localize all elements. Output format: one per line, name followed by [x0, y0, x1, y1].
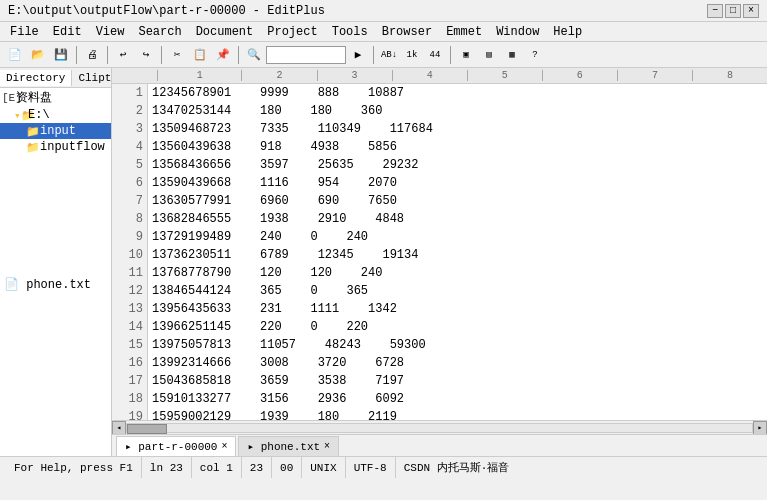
tab-phonetxt[interactable]: ▸ phone.txt × [238, 436, 339, 456]
code-content[interactable]: 12345678901 9999 888 1088713470253144 18… [148, 84, 767, 420]
hscroll-area: ◂ ▸ [112, 420, 767, 434]
menu-bar: File Edit View Search Document Project T… [0, 22, 767, 42]
menu-tools[interactable]: Tools [326, 24, 374, 40]
root-icon: [E] [2, 92, 16, 104]
code-line-13: 13956435633 231 1111 1342 [152, 300, 763, 318]
ruler-mark-4: 4 [392, 70, 467, 81]
editor-content[interactable]: 1234567891011121314151617181920212223 12… [112, 84, 767, 420]
ruler-mark-3: 3 [317, 70, 392, 81]
line-number-13: 13 [116, 300, 143, 318]
hscroll-right-button[interactable]: ▸ [753, 421, 767, 435]
tree-label-input: input [40, 124, 76, 138]
toolbar: 📄 📂 💾 🖨 ↩ ↪ ✂ 📋 📌 🔍 ▶ AB↓ 1k 44 ▣ ▤ ▦ ? [0, 42, 767, 68]
tab-bar: ▸ part-r-00000 × ▸ phone.txt × [112, 434, 767, 456]
sidebar-header: Directory Clipte ▸ [0, 68, 111, 88]
sidebar-tab-directory[interactable]: Directory [0, 70, 72, 86]
status-help: For Help, press F1 [6, 457, 142, 478]
line-numbers: 1234567891011121314151617181920212223 [112, 84, 148, 420]
code-line-6: 13590439668 1116 954 2070 [152, 174, 763, 192]
toolbar-extra-6[interactable]: ▦ [501, 44, 523, 66]
toolbar-extra-3[interactable]: 44 [424, 44, 446, 66]
tree-label-inputflow: inputflow [40, 140, 105, 154]
ruler-mark-6: 6 [542, 70, 617, 81]
code-line-9: 13729199489 240 0 240 [152, 228, 763, 246]
hscroll-left-button[interactable]: ◂ [112, 421, 126, 435]
sidebar-tab-clipte[interactable]: Clipte [72, 70, 112, 86]
menu-browser[interactable]: Browser [376, 24, 438, 40]
line-number-2: 2 [116, 102, 143, 120]
hscroll-thumb[interactable] [127, 424, 167, 434]
status-num00: 00 [272, 457, 302, 478]
folder-icon-input: 📁 [26, 125, 40, 138]
tab-part-r-00000[interactable]: ▸ part-r-00000 × [116, 436, 236, 456]
tree-label-e: E:\ [28, 108, 50, 122]
print-button[interactable]: 🖨 [81, 44, 103, 66]
line-number-11: 11 [116, 264, 143, 282]
code-line-11: 13768778790 120 120 240 [152, 264, 763, 282]
line-number-8: 8 [116, 210, 143, 228]
cut-button[interactable]: ✂ [166, 44, 188, 66]
ruler-mark-2: 2 [241, 70, 316, 81]
menu-emmet[interactable]: Emmet [440, 24, 488, 40]
tree-item-input[interactable]: 📁 input [0, 123, 111, 139]
redo-button[interactable]: ↪ [135, 44, 157, 66]
maximize-button[interactable]: □ [725, 4, 741, 18]
close-button[interactable]: × [743, 4, 759, 18]
title-bar: E:\output\outputFlow\part-r-00000 - Edit… [0, 0, 767, 22]
menu-search[interactable]: Search [132, 24, 187, 40]
toolbar-extra-7[interactable]: ? [524, 44, 546, 66]
toolbar-extra-5[interactable]: ▤ [478, 44, 500, 66]
menu-file[interactable]: File [4, 24, 45, 40]
sidebar: Directory Clipte ▸ [E] 资料盘 ▾📁 E:\ 📁 inpu… [0, 68, 112, 456]
find-next-button[interactable]: ▶ [347, 44, 369, 66]
tab-close-2[interactable]: × [324, 441, 330, 452]
undo-button[interactable]: ↩ [112, 44, 134, 66]
folder-icon-e: ▾📁 [14, 109, 28, 122]
tab-close-1[interactable]: × [221, 441, 227, 452]
status-charset: UTF-8 [346, 457, 396, 478]
menu-edit[interactable]: Edit [47, 24, 88, 40]
minimize-button[interactable]: − [707, 4, 723, 18]
line-number-4: 4 [116, 138, 143, 156]
menu-help[interactable]: Help [547, 24, 588, 40]
line-number-9: 9 [116, 228, 143, 246]
line-number-7: 7 [116, 192, 143, 210]
code-line-8: 13682846555 1938 2910 4848 [152, 210, 763, 228]
tree-item-inputflow[interactable]: 📁 inputflow [0, 139, 111, 155]
toolbar-sep-5 [373, 46, 374, 64]
tree-item-root[interactable]: [E] 资料盘 [0, 88, 111, 107]
code-line-1: 12345678901 9999 888 10887 [152, 84, 763, 102]
line-number-6: 6 [116, 174, 143, 192]
menu-window[interactable]: Window [490, 24, 545, 40]
tree-item-e[interactable]: ▾📁 E:\ [0, 107, 111, 123]
tree-label-root: 资料盘 [16, 89, 52, 106]
open-button[interactable]: 📂 [27, 44, 49, 66]
code-line-15: 13975057813 11057 48243 59300 [152, 336, 763, 354]
sidebar-file-phonetxt[interactable]: 📄 phone.txt [0, 275, 111, 294]
line-number-5: 5 [116, 156, 143, 174]
code-line-14: 13966251145 220 0 220 [152, 318, 763, 336]
search-input[interactable] [266, 46, 346, 64]
toolbar-extra-2[interactable]: 1k [401, 44, 423, 66]
save-button[interactable]: 💾 [50, 44, 72, 66]
new-button[interactable]: 📄 [4, 44, 26, 66]
menu-view[interactable]: View [90, 24, 131, 40]
toolbar-sep-4 [238, 46, 239, 64]
paste-button[interactable]: 📌 [212, 44, 234, 66]
code-line-2: 13470253144 180 180 360 [152, 102, 763, 120]
toolbar-extra-4[interactable]: ▣ [455, 44, 477, 66]
code-line-17: 15043685818 3659 3538 7197 [152, 372, 763, 390]
find-button[interactable]: 🔍 [243, 44, 265, 66]
file-icon-phone: 📄 [4, 278, 26, 292]
hscroll-track[interactable] [126, 423, 753, 433]
code-line-3: 13509468723 7335 110349 117684 [152, 120, 763, 138]
code-line-5: 13568436656 3597 25635 29232 [152, 156, 763, 174]
toolbar-extra-1[interactable]: AB↓ [378, 44, 400, 66]
code-line-16: 13992314666 3008 3720 6728 [152, 354, 763, 372]
menu-project[interactable]: Project [261, 24, 323, 40]
code-line-4: 13560439638 918 4938 5856 [152, 138, 763, 156]
menu-document[interactable]: Document [190, 24, 260, 40]
code-line-7: 13630577991 6960 690 7650 [152, 192, 763, 210]
code-line-19: 15959002129 1939 180 2119 [152, 408, 763, 420]
copy-button[interactable]: 📋 [189, 44, 211, 66]
